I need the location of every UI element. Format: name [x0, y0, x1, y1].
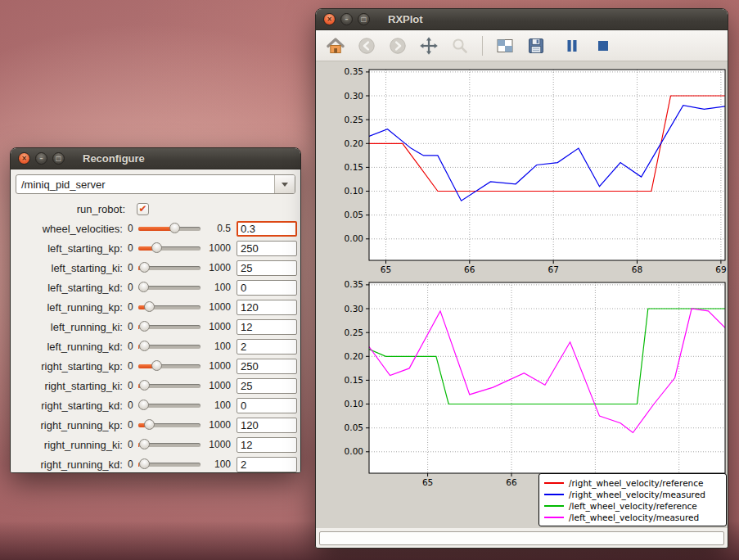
- home-button[interactable]: [323, 34, 348, 58]
- pan-button[interactable]: [417, 34, 441, 58]
- svg-text:0.30: 0.30: [345, 91, 363, 101]
- slider-min-label: 0: [128, 282, 136, 293]
- run_robot-checkbox[interactable]: ✔: [137, 203, 149, 215]
- svg-text:0.20: 0.20: [345, 351, 363, 361]
- slider-handle[interactable]: [139, 458, 150, 469]
- minimize-icon[interactable]: –: [35, 152, 47, 165]
- right_starting_kd-value-input[interactable]: [237, 398, 297, 413]
- legend-label: /right_wheel_velocity/measured: [569, 490, 705, 499]
- slider-handle[interactable]: [151, 242, 162, 253]
- figure-canvas[interactable]: 65666768690.000.050.100.150.200.250.300.…: [316, 61, 728, 528]
- slider-handle[interactable]: [144, 301, 155, 312]
- rxplot-window: × – □ RXPlot 65666768690.000.050.100.150…: [315, 8, 728, 549]
- desktop: × – □ Reconfigure /miniq_pid_server run_…: [0, 0, 739, 560]
- param-row-right_starting_ki: right_starting_ki:01000: [14, 376, 297, 395]
- left_running_ki-value-input[interactable]: [237, 319, 297, 335]
- slider-handle[interactable]: [139, 341, 150, 351]
- slider-max-label: 1000: [205, 439, 231, 450]
- slider-min-label: 0: [128, 242, 136, 254]
- left_starting_kd-slider[interactable]: [138, 286, 201, 290]
- param-row-left_running_kp: left_running_kp:01000: [14, 297, 297, 317]
- back-button[interactable]: [354, 34, 379, 58]
- reconfigure-titlebar[interactable]: × – □ Reconfigure: [11, 148, 300, 169]
- window-title: Reconfigure: [83, 152, 145, 165]
- slider-max-label: 1000: [205, 242, 231, 254]
- subplots-button[interactable]: [493, 34, 517, 58]
- slider-handle[interactable]: [139, 321, 150, 332]
- node-selector[interactable]: /miniq_pid_server: [16, 174, 295, 194]
- svg-text:66: 66: [506, 477, 517, 487]
- svg-text:0.05: 0.05: [345, 422, 363, 432]
- left_starting_ki-value-input[interactable]: [237, 260, 297, 276]
- right_running_kp-slider[interactable]: [138, 423, 201, 427]
- slider-handle[interactable]: [144, 419, 155, 430]
- right_starting_kp-value-input[interactable]: [237, 359, 297, 374]
- right_running_kd-slider[interactable]: [138, 463, 201, 467]
- svg-text:0.35: 0.35: [345, 279, 363, 289]
- stop-button[interactable]: [591, 34, 615, 58]
- left_running_kp-value-input[interactable]: [237, 300, 297, 315]
- param-label: left_starting_kd:: [14, 282, 128, 294]
- slider-handle[interactable]: [138, 282, 149, 292]
- subplots-icon: [495, 36, 515, 56]
- chevron-down-icon[interactable]: [274, 175, 295, 193]
- wheel_velocities-value-input[interactable]: [237, 221, 297, 237]
- legend-line-swatch: [544, 494, 564, 495]
- right_starting_kp-slider[interactable]: [138, 364, 201, 368]
- right_running_kp-value-input[interactable]: [237, 418, 297, 433]
- bottom-plot: 656667680.000.050.100.150.200.250.300.35: [316, 279, 728, 492]
- close-icon[interactable]: ×: [323, 13, 336, 25]
- slider-handle[interactable]: [139, 439, 150, 449]
- param-label: right_running_kp:: [14, 419, 128, 431]
- left_starting_kd-value-input[interactable]: [237, 280, 297, 296]
- legend-entry: /left_wheel_velocity/reference: [544, 500, 721, 511]
- param-row-right_running_kd: right_running_kd:0100: [14, 454, 297, 473]
- param-row-wheel_velocities: wheel_velocities:00.5: [14, 219, 297, 238]
- slider-max-label: 1000: [205, 262, 231, 273]
- param-row-left_starting_kp: left_starting_kp:01000: [14, 238, 297, 258]
- wheel_velocities-slider[interactable]: [138, 227, 201, 231]
- svg-text:0.00: 0.00: [345, 446, 363, 456]
- right_starting_kd-slider[interactable]: [138, 404, 201, 408]
- window-title: RXPlot: [388, 13, 423, 25]
- slider-min-label: 0: [128, 262, 136, 273]
- svg-text:0.20: 0.20: [345, 138, 363, 148]
- left_starting_ki-slider[interactable]: [138, 266, 201, 270]
- pause-button[interactable]: [560, 34, 584, 58]
- forward-button[interactable]: [385, 34, 410, 58]
- legend-label: /right_wheel_velocity/reference: [569, 478, 704, 488]
- zoom-button[interactable]: [448, 34, 472, 58]
- svg-text:0.25: 0.25: [345, 115, 363, 124]
- left_running_kp-slider[interactable]: [138, 305, 201, 309]
- right_starting_ki-value-input[interactable]: [237, 378, 297, 394]
- legend-line-swatch: [544, 517, 564, 518]
- save-button[interactable]: [524, 34, 548, 58]
- legend-line-swatch: [544, 482, 564, 484]
- right_running_kd-value-input[interactable]: [237, 457, 297, 472]
- right_running_ki-value-input[interactable]: [237, 437, 297, 453]
- param-row-right_starting_kp: right_starting_kp:01000: [14, 356, 297, 376]
- left_starting_kp-slider[interactable]: [138, 246, 201, 251]
- right_running_ki-slider[interactable]: [138, 443, 201, 447]
- right_starting_ki-slider[interactable]: [138, 384, 201, 388]
- reconfigure-body: /miniq_pid_server run_robot:✔wheel_veloc…: [11, 169, 300, 473]
- left_running_kd-slider[interactable]: [138, 345, 201, 349]
- close-icon[interactable]: ×: [18, 152, 30, 165]
- slider-min-label: 0: [128, 360, 136, 372]
- slider-handle[interactable]: [139, 380, 150, 391]
- legend-label: /left_wheel_velocity/reference: [569, 501, 697, 511]
- slider-handle[interactable]: [169, 223, 180, 233]
- left_running_ki-slider[interactable]: [138, 325, 201, 329]
- node-selector-value: /miniq_pid_server: [16, 175, 274, 193]
- rxplot-titlebar[interactable]: × – □ RXPlot: [316, 9, 728, 30]
- maximize-icon[interactable]: □: [52, 152, 65, 165]
- slider-handle[interactable]: [139, 262, 150, 273]
- slider-handle[interactable]: [151, 360, 162, 371]
- svg-text:0.10: 0.10: [345, 186, 363, 196]
- svg-text:0.35: 0.35: [345, 66, 363, 76]
- maximize-icon[interactable]: □: [358, 13, 370, 25]
- slider-handle[interactable]: [138, 400, 149, 410]
- left_running_kd-value-input[interactable]: [237, 339, 297, 355]
- minimize-icon[interactable]: –: [340, 13, 353, 25]
- left_starting_kp-value-input[interactable]: [237, 241, 297, 256]
